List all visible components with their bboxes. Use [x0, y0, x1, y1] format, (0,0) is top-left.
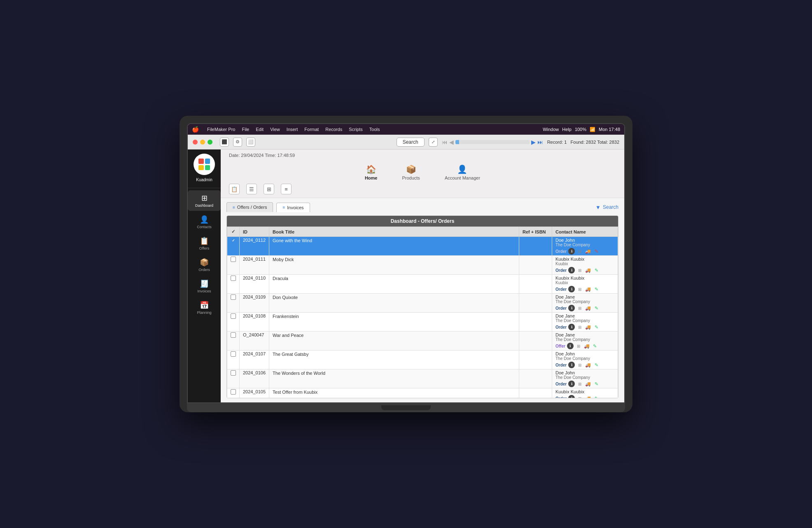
- tab-products[interactable]: 📦 Products: [402, 164, 420, 180]
- row-checkbox-cell[interactable]: [227, 275, 240, 294]
- grid-icon[interactable]: ⊞: [576, 305, 583, 311]
- info-icon[interactable]: ℹ: [568, 267, 575, 273]
- col-contact[interactable]: Contact Name: [552, 227, 618, 237]
- col-title[interactable]: Book Title: [269, 227, 519, 237]
- truck-icon[interactable]: 🚚: [585, 286, 591, 292]
- row-checkbox-cell[interactable]: [227, 256, 240, 275]
- list-view-icon[interactable]: ☰: [246, 184, 257, 194]
- row-checkbox[interactable]: [231, 370, 236, 376]
- grid-icon[interactable]: ⊞: [575, 343, 582, 349]
- table-view-icon[interactable]: ⊞: [264, 184, 274, 194]
- status-icon[interactable]: ✎: [593, 381, 600, 387]
- info-icon[interactable]: ℹ: [568, 286, 575, 292]
- row-checkbox[interactable]: [231, 276, 236, 281]
- status-icon[interactable]: ✎: [592, 343, 598, 349]
- truck-icon[interactable]: 🚚: [585, 248, 591, 255]
- sidebar-item-planning[interactable]: 📅 Planning: [188, 297, 221, 318]
- status-icon[interactable]: ✎: [593, 362, 600, 368]
- col-id[interactable]: ID: [240, 227, 269, 237]
- grid-icon[interactable]: ⊞: [576, 248, 583, 255]
- minimize-button[interactable]: [200, 140, 205, 145]
- row-checkbox-cell[interactable]: [227, 294, 240, 313]
- row-checkbox-cell[interactable]: ✓: [227, 237, 240, 256]
- info-icon[interactable]: ℹ: [568, 324, 575, 330]
- layout-icon[interactable]: ⬜: [246, 138, 255, 147]
- table-row[interactable]: 2024_0105 Test Offer from Kuubix Kuubix …: [227, 388, 618, 399]
- col-ref[interactable]: Ref + ISBN: [519, 227, 552, 237]
- menubar-records[interactable]: Records: [325, 127, 342, 132]
- row-checkbox[interactable]: [231, 294, 236, 300]
- columns-icon[interactable]: ≡: [281, 184, 292, 194]
- table-row[interactable]: 2024_0108 Frankenstein Doe Jane The Doe …: [227, 313, 618, 332]
- nav-next-icon[interactable]: ▶: [531, 139, 536, 145]
- row-checkbox[interactable]: [231, 257, 236, 262]
- truck-icon[interactable]: 🚚: [585, 305, 591, 311]
- table-row[interactable]: 2024_0111 Moby Dick Kuubix Kuubix Kuubix…: [227, 256, 618, 275]
- grid-icon[interactable]: ⊞: [576, 286, 583, 292]
- truck-icon[interactable]: 🚚: [585, 362, 591, 368]
- info-icon[interactable]: ℹ: [568, 381, 575, 387]
- tab-account-manager[interactable]: 👤 Account Manager: [445, 164, 480, 180]
- table-row[interactable]: 2024_0106 The Wonders of the World Doe J…: [227, 369, 618, 388]
- close-button[interactable]: [193, 140, 198, 145]
- grid-icon[interactable]: ⊞: [576, 362, 583, 368]
- row-checkbox[interactable]: [231, 313, 236, 319]
- grid-icon[interactable]: ⊞: [576, 395, 583, 398]
- table-row[interactable]: 2024_0109 Don Quixote Doe Jane The Doe C…: [227, 294, 618, 313]
- row-checkbox-cell[interactable]: [227, 369, 240, 388]
- grid-icon[interactable]: ⊞: [576, 381, 583, 387]
- settings-icon[interactable]: ⚙: [233, 138, 242, 147]
- info-icon[interactable]: ℹ: [568, 395, 575, 398]
- status-icon[interactable]: ✎: [593, 248, 600, 255]
- nav-prev-icon[interactable]: ◀: [449, 139, 454, 145]
- truck-icon[interactable]: 🚚: [585, 324, 591, 330]
- invoices-tab[interactable]: ≡ Invoices: [276, 203, 310, 212]
- search-toolbar[interactable]: ▼ Search: [595, 204, 618, 210]
- row-checkbox-cell[interactable]: [227, 313, 240, 332]
- nav-prev-prev-icon[interactable]: ⏮: [442, 139, 448, 145]
- sidebar-item-orders[interactable]: 📦 Orders: [188, 255, 221, 275]
- offers-orders-tab[interactable]: ≡ Offers / Orders: [226, 202, 273, 212]
- sidebar-toggle-icon[interactable]: ⬛: [220, 138, 229, 147]
- menubar-tools[interactable]: Tools: [369, 127, 380, 132]
- info-icon[interactable]: ℹ: [568, 305, 575, 311]
- expand-button[interactable]: ⤢: [429, 138, 438, 147]
- row-checkbox[interactable]: [231, 332, 236, 338]
- apple-menu[interactable]: 🍎: [192, 126, 199, 133]
- menubar-format[interactable]: Format: [304, 127, 319, 132]
- row-checkbox-cell[interactable]: [227, 350, 240, 369]
- sidebar-item-dashboard[interactable]: ⊞ Dashboard: [188, 190, 221, 211]
- truck-icon[interactable]: 🚚: [585, 395, 591, 398]
- grid-icon[interactable]: ⊞: [576, 267, 583, 273]
- row-checkbox-cell[interactable]: [227, 388, 240, 399]
- menubar-view[interactable]: View: [270, 127, 280, 132]
- status-icon[interactable]: ✎: [593, 395, 600, 398]
- status-icon[interactable]: ✎: [593, 324, 600, 330]
- table-row[interactable]: 2024_0110 Dracula Kuubix Kuubix Kuubix O…: [227, 275, 618, 294]
- status-icon[interactable]: ✎: [593, 305, 600, 311]
- table-row[interactable]: O_240047 War and Peace Doe Jane The Doe …: [227, 332, 618, 350]
- menubar-window[interactable]: Window: [543, 127, 559, 132]
- menubar-file[interactable]: File: [242, 127, 249, 132]
- truck-icon[interactable]: 🚚: [585, 381, 591, 387]
- status-icon[interactable]: ✎: [593, 286, 600, 292]
- info-icon[interactable]: ℹ: [567, 343, 574, 349]
- truck-icon[interactable]: 🚚: [585, 267, 591, 273]
- sidebar-item-contacts[interactable]: 👤 Contacts: [188, 212, 221, 232]
- nav-next-next-icon[interactable]: ⏭: [537, 139, 543, 145]
- status-icon[interactable]: ✎: [593, 267, 600, 273]
- maximize-button[interactable]: [208, 140, 212, 145]
- truck-icon[interactable]: 🚚: [583, 343, 590, 349]
- row-checkbox-cell[interactable]: [227, 332, 240, 350]
- table-row[interactable]: 2024_0107 The Great Gatsby Doe John The …: [227, 350, 618, 369]
- info-icon[interactable]: ℹ: [568, 248, 575, 255]
- menubar-insert[interactable]: Insert: [287, 127, 298, 132]
- info-icon[interactable]: ℹ: [568, 362, 575, 368]
- tab-home[interactable]: 🏠 Home: [365, 164, 378, 180]
- menubar-scripts[interactable]: Scripts: [349, 127, 363, 132]
- sidebar-item-invoices[interactable]: 🧾 Invoices: [188, 276, 221, 297]
- sidebar-item-offers[interactable]: 📋 Offers: [188, 233, 221, 254]
- menubar-edit[interactable]: Edit: [256, 127, 264, 132]
- grid-icon[interactable]: ⊞: [576, 324, 583, 330]
- menubar-help[interactable]: Help: [562, 127, 572, 132]
